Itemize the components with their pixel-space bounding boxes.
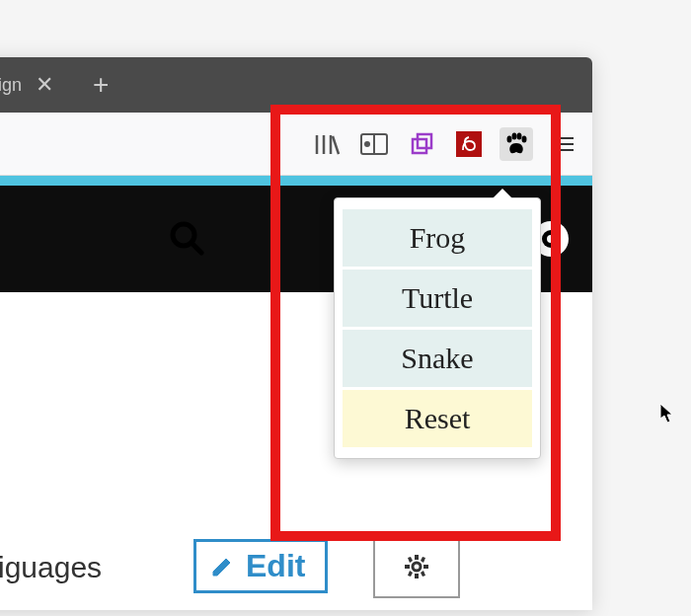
svg-point-6 (364, 141, 370, 147)
tab-bar: Design ✕ + (0, 57, 592, 113)
paw-icon[interactable] (499, 127, 533, 161)
pdf-icon[interactable] (452, 127, 486, 161)
page-heading-fragment: iguages (0, 551, 102, 584)
close-icon[interactable]: ✕ (36, 72, 53, 98)
settings-button[interactable] (373, 539, 460, 598)
svg-rect-7 (413, 139, 426, 153)
cursor-icon (659, 403, 675, 429)
svg-line-17 (192, 243, 201, 253)
gear-icon (403, 553, 430, 580)
svg-point-13 (522, 135, 527, 142)
svg-point-18 (413, 563, 421, 571)
extension-popup: Frog Turtle Snake Reset (334, 197, 541, 459)
popup-item-frog[interactable]: Frog (343, 209, 532, 267)
svg-point-10 (507, 135, 512, 142)
svg-rect-8 (418, 134, 431, 148)
copy-icon[interactable] (405, 127, 438, 161)
pencil-icon (210, 555, 234, 578)
browser-tab[interactable]: Design ✕ (0, 57, 65, 113)
reader-icon[interactable] (357, 127, 391, 161)
menu-icon[interactable] (547, 127, 580, 161)
browser-toolbar (0, 113, 592, 176)
svg-rect-9 (456, 131, 482, 157)
accent-bar (0, 176, 592, 186)
new-tab-button[interactable]: + (93, 69, 109, 101)
hamburger-icon (550, 137, 577, 151)
tab-label: Design (0, 75, 22, 96)
popup-item-turtle[interactable]: Turtle (343, 270, 532, 327)
edit-label: Edit (246, 548, 305, 584)
popup-item-reset[interactable]: Reset (343, 390, 532, 447)
library-icon[interactable] (310, 127, 344, 161)
svg-point-15 (547, 235, 555, 243)
search-icon[interactable] (166, 217, 209, 261)
svg-line-3 (333, 136, 339, 154)
edit-button[interactable]: Edit (193, 539, 328, 593)
svg-point-12 (517, 132, 522, 139)
popup-item-snake[interactable]: Snake (343, 330, 532, 387)
svg-point-11 (512, 132, 517, 139)
